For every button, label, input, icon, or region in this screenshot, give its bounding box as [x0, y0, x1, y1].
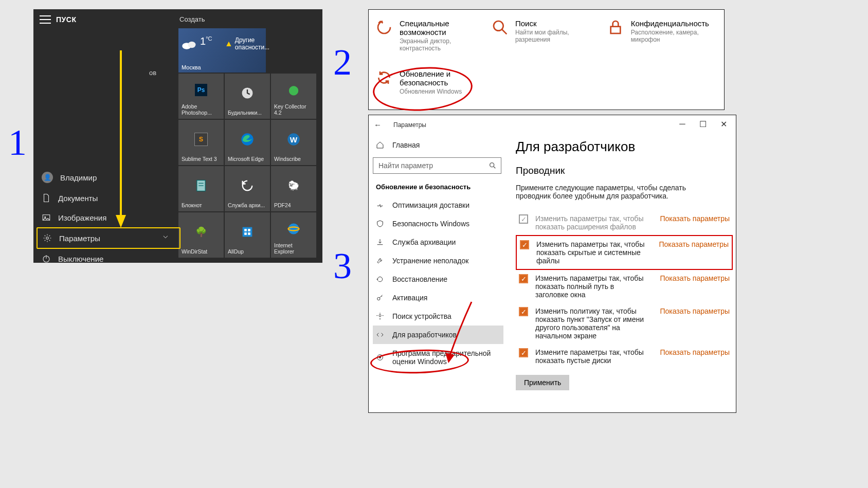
settings-main: Для разработчиков Проводник Примените сл… — [508, 133, 736, 412]
nav-recovery[interactable]: Восстановление — [373, 270, 503, 288]
checkbox[interactable]: ✓ — [519, 214, 528, 224]
accessibility-icon — [376, 19, 392, 35]
tile-archive[interactable]: Служба архи... — [225, 166, 270, 211]
tile-windscribe[interactable]: WWindscribe — [271, 120, 316, 165]
nav-label: Поиск устройства — [392, 312, 451, 320]
option-full-path[interactable]: ✓ Изменить параметры так, чтобы показать… — [516, 270, 733, 303]
show-link[interactable]: Показать параметры — [655, 307, 730, 315]
windscribe-icon: W — [286, 132, 301, 147]
svg-text:W: W — [290, 135, 298, 144]
option-extensions[interactable]: ✓ Изменить параметры так, чтобы показать… — [516, 210, 733, 235]
nav-activation[interactable]: Активация — [373, 288, 503, 307]
tile-ie[interactable]: Internet Explorer — [271, 212, 316, 258]
svg-rect-12 — [244, 232, 247, 235]
tile-label: Будильники... — [228, 110, 262, 116]
svg-point-18 — [46, 237, 49, 240]
window-title: Параметры — [393, 121, 426, 129]
tile-sublime[interactable]: SSublime Text 3 — [178, 120, 224, 165]
option-runas[interactable]: ✓ Изменить политику так, чтобы показать … — [516, 303, 733, 344]
search-icon — [489, 161, 497, 170]
tile-photoshop[interactable]: PsAdobe Photoshop... — [178, 74, 224, 119]
documents-item[interactable]: Документы — [37, 188, 180, 208]
nav-troubleshoot[interactable]: Устранение неполадок — [373, 251, 503, 270]
search-icon — [492, 19, 508, 35]
svg-point-29 — [377, 297, 380, 300]
tile-label: Internet Explorer — [274, 242, 313, 255]
tile-pdf24[interactable]: 🐑PDF24 — [271, 166, 316, 211]
nav-developers[interactable]: Для разработчиков — [373, 326, 503, 344]
avatar-icon: 👤 — [42, 172, 53, 183]
weather-alert1: Другие — [235, 37, 255, 44]
sync-icon — [376, 69, 392, 86]
tile-windirstat[interactable]: 🌳WinDirStat — [178, 212, 224, 258]
step-3-label: 3 — [333, 245, 352, 287]
category-privacy[interactable]: КонфиденциальностьРасположение, камера, … — [607, 19, 717, 52]
nav-backup[interactable]: Служба архивации — [373, 233, 503, 251]
svg-rect-13 — [248, 232, 250, 235]
cat-title: Конфиденциальность — [631, 19, 709, 28]
tile-notepad[interactable]: Блокнот — [178, 166, 224, 211]
nav-label: Программа предварительной оценки Windows — [392, 349, 500, 366]
settings-item[interactable]: Параметры — [37, 227, 180, 249]
power-item[interactable]: Выключение — [37, 249, 180, 268]
nav-label: Оптимизация доставки — [392, 201, 469, 209]
nav-delivery[interactable]: Оптимизация доставки — [373, 196, 503, 214]
backup-icon — [376, 238, 384, 246]
tile-label: Key Collector 4.2 — [274, 103, 313, 116]
settings-categories: Специальные возможностиЭкранный диктор, … — [368, 9, 725, 110]
weather-tile[interactable]: 1°C ▲Другиеопасности... Москва — [178, 28, 266, 73]
svg-point-1 — [188, 42, 196, 48]
show-link[interactable]: Показать параметры — [654, 240, 729, 248]
cloud-icon — [182, 40, 197, 50]
tile-label: WinDirStat — [182, 248, 207, 255]
pictures-label: Изображения — [58, 213, 106, 222]
nav-insider[interactable]: Программа предварительной оценки Windows — [373, 344, 503, 371]
checkbox[interactable]: ✓ — [520, 240, 529, 249]
cat-title: Поиск — [515, 19, 592, 28]
category-update-security[interactable]: Обновление и безопасностьОбновления Wind… — [376, 69, 495, 95]
checkbox[interactable]: ✓ — [519, 307, 528, 316]
nav-label: Главная — [392, 141, 420, 149]
section-title: Проводник — [516, 165, 733, 176]
checkbox[interactable]: ✓ — [519, 274, 528, 283]
power-icon — [42, 254, 51, 263]
weather-alert2: опасности... — [235, 44, 269, 51]
shield-icon — [376, 220, 384, 228]
hamburger-icon[interactable] — [40, 15, 51, 24]
svg-rect-26 — [610, 27, 620, 33]
search-input[interactable]: Найти параметр — [373, 157, 501, 174]
back-button[interactable]: ← — [374, 120, 382, 129]
clock-icon — [240, 86, 255, 100]
nav-findmydevice[interactable]: Поиск устройства — [373, 307, 503, 326]
category-search[interactable]: ПоискНайти мои файлы, разрешения — [492, 19, 607, 52]
option-hidden-files[interactable]: ✓ Изменить параметры так, чтобы показать… — [516, 235, 733, 270]
page-title: Для разработчиков — [516, 139, 733, 155]
nav-label: Безопасность Windows — [392, 220, 469, 228]
pictures-item[interactable]: Изображения — [37, 208, 180, 227]
alldup-icon — [240, 225, 255, 239]
nav-home[interactable]: Главная — [373, 136, 503, 154]
user-account[interactable]: 👤 Владимир — [37, 167, 180, 188]
nav-security[interactable]: Безопасность Windows — [373, 214, 503, 233]
minimize-button[interactable]: ─ — [672, 117, 693, 131]
tile-label: Adobe Photoshop... — [182, 103, 221, 116]
tile-edge[interactable]: Microsoft Edge — [225, 120, 270, 165]
ie-icon — [286, 222, 301, 236]
search-placeholder: Найти параметр — [378, 161, 433, 170]
apply-button[interactable]: Применить — [516, 375, 569, 390]
tile-alldup[interactable]: AllDup — [225, 212, 270, 258]
weather-unit: °C — [206, 35, 212, 42]
close-button[interactable]: ✕ — [713, 117, 734, 131]
category-accessibility[interactable]: Специальные возможностиЭкранный диктор, … — [376, 19, 492, 52]
wrench-icon — [376, 257, 384, 265]
show-link[interactable]: Показать параметры — [655, 214, 730, 223]
tile-keycollector[interactable]: ⬤Key Collector 4.2 — [271, 74, 316, 119]
option-empty-drives[interactable]: ✓ Измените параметры так, чтобы показать… — [516, 344, 733, 369]
show-link[interactable]: Показать параметры — [655, 274, 730, 282]
checkbox[interactable]: ✓ — [519, 348, 528, 357]
svg-line-25 — [502, 29, 507, 34]
tile-alarms[interactable]: Будильники... — [225, 74, 270, 119]
chevron-down-icon[interactable]: ⌵ — [163, 230, 168, 240]
maximize-button[interactable]: ☐ — [693, 117, 713, 131]
show-link[interactable]: Показать параметры — [655, 348, 730, 356]
